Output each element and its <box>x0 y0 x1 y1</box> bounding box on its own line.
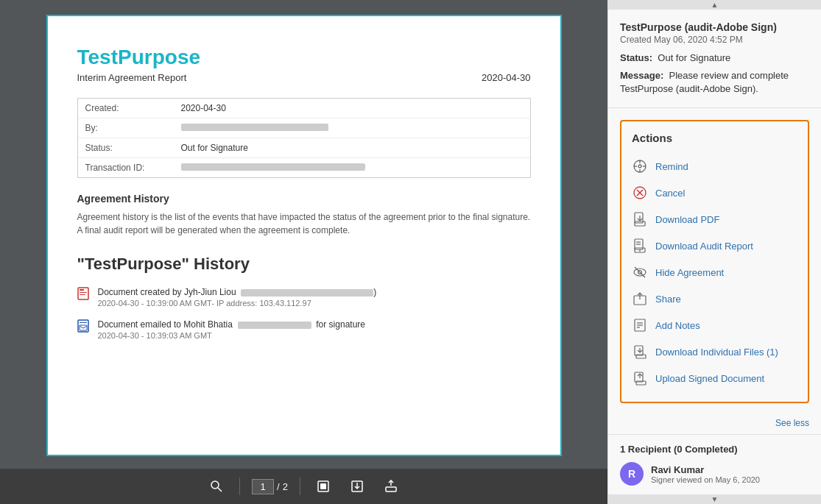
download-button[interactable] <box>346 475 368 497</box>
toolbar-divider-2 <box>300 478 300 495</box>
svg-rect-25 <box>635 221 645 226</box>
hide-icon <box>632 264 648 280</box>
status-value: Out for Signature <box>658 52 730 63</box>
action-upload-signed[interactable]: Upload Signed Document <box>632 365 797 391</box>
document-info-table: Created: 2020-04-30 By: Status: Out for … <box>77 98 531 178</box>
search-button[interactable] <box>205 475 228 497</box>
remind-label: Remind <box>655 161 688 172</box>
recipient-item: R Ravi Kumar Signer viewed on May 6, 202… <box>620 462 809 486</box>
recipient-status: Signer viewed on May 6, 2020 <box>651 475 760 484</box>
created-label: Created: <box>85 103 181 113</box>
page-separator: / <box>277 481 280 492</box>
recipients-section: 1 Recipient (0 Completed) R Ravi Kumar S… <box>608 434 821 494</box>
history-date-0: 2020-04-30 - 10:39:00 AM GMT- IP address… <box>98 299 377 308</box>
redacted-creator <box>241 289 373 297</box>
history-title: "TestPurpose" History <box>77 255 531 274</box>
action-remind[interactable]: Remind <box>632 153 797 180</box>
upload-button[interactable] <box>380 475 402 497</box>
action-share[interactable]: Share <box>632 285 797 312</box>
page-current-input[interactable] <box>252 479 274 494</box>
history-text-1: Document emailed to Mohit Bhatia for sig… <box>98 318 365 331</box>
remind-icon <box>632 158 648 174</box>
action-add-notes[interactable]: Add Notes <box>632 312 797 338</box>
status-label: Status: <box>620 52 652 63</box>
add-notes-icon <box>632 317 648 333</box>
download-audit-label: Download Audit Report <box>655 241 753 252</box>
fit-page-button[interactable] <box>312 475 334 497</box>
svg-rect-1 <box>80 289 84 291</box>
recipients-title: 1 Recipient (0 Completed) <box>620 444 809 455</box>
actions-box: Actions Remind <box>620 120 809 403</box>
history-item-0: Document created by Jyh-Jiun Liou ) 2020… <box>77 285 531 308</box>
table-row-by: By: <box>78 118 530 138</box>
recipient-avatar: R <box>620 462 644 486</box>
section-text: Agreement history is the list of the eve… <box>77 210 531 237</box>
table-row-transaction: Transaction ID: <box>78 158 530 177</box>
action-hide[interactable]: Hide Agreement <box>632 259 797 285</box>
document-date: 2020-04-30 <box>482 72 531 83</box>
document-title: TestPurpose <box>77 46 531 69</box>
share-icon <box>632 291 648 307</box>
document-subtitle: Interim Agreement Report <box>77 72 187 83</box>
history-icon-document-created <box>77 287 91 300</box>
scroll-up-button[interactable]: ▲ <box>608 0 821 10</box>
history-content-1: Document emailed to Mohit Bhatia for sig… <box>98 318 365 340</box>
share-label: Share <box>655 294 681 305</box>
agreement-name: TestPurpose (audit-Adobe Sign) <box>620 21 809 33</box>
download-pdf-icon <box>632 211 648 227</box>
message-row: Message: Please review and complete Test… <box>620 69 809 96</box>
message-label: Message: <box>620 70 663 81</box>
agreement-created-date: Created May 06, 2020 4:52 PM <box>620 35 809 45</box>
redacted-by <box>181 124 328 131</box>
action-download-pdf[interactable]: Download PDF <box>632 206 797 233</box>
svg-point-16 <box>638 165 641 168</box>
actions-title: Actions <box>632 132 797 144</box>
history-icon-document-emailed <box>77 319 91 333</box>
action-download-audit[interactable]: Download Audit Report <box>632 233 797 259</box>
history-content-0: Document created by Jyh-Jiun Liou ) 2020… <box>98 285 377 308</box>
document-panel: TestPurpose Interim Agreement Report 202… <box>0 0 607 504</box>
svg-rect-5 <box>80 322 87 323</box>
document-page: TestPurpose Interim Agreement Report 202… <box>46 15 562 456</box>
svg-rect-44 <box>635 372 643 382</box>
redacted-email <box>238 322 311 329</box>
download-pdf-label: Download PDF <box>655 214 719 225</box>
transaction-value <box>181 163 523 173</box>
svg-line-8 <box>218 488 222 491</box>
status-field-value: Out for Signature <box>181 143 523 153</box>
recipient-name: Ravi Kumar <box>651 464 760 475</box>
svg-rect-10 <box>320 483 326 489</box>
cancel-icon <box>632 185 648 201</box>
action-cancel[interactable]: Cancel <box>632 180 797 206</box>
document-subtitle-row: Interim Agreement Report 2020-04-30 <box>77 72 531 83</box>
page-total: 2 <box>283 481 288 492</box>
cancel-label: Cancel <box>655 188 685 199</box>
svg-rect-2 <box>80 292 87 293</box>
document-scroll-area[interactable]: TestPurpose Interim Agreement Report 202… <box>0 0 607 469</box>
right-panel: ▲ TestPurpose (audit-Adobe Sign) Created… <box>607 0 821 504</box>
svg-rect-13 <box>386 487 396 491</box>
svg-point-7 <box>211 481 219 489</box>
history-item-1: Document emailed to Mohit Bhatia for sig… <box>77 318 531 340</box>
status-field-label: Status: <box>85 143 181 153</box>
page-indicator: / 2 <box>252 479 288 494</box>
history-date-1: 2020-04-30 - 10:39:03 AM GMT <box>98 331 365 340</box>
upload-signed-icon <box>632 370 648 386</box>
action-download-files[interactable]: Download Individual Files (1) <box>632 338 797 365</box>
redacted-transaction <box>181 163 365 171</box>
hide-label: Hide Agreement <box>655 267 724 278</box>
agreement-header: TestPurpose (audit-Adobe Sign) Created M… <box>608 10 821 108</box>
document-toolbar: / 2 <box>0 469 607 504</box>
table-row-created: Created: 2020-04-30 <box>78 99 530 118</box>
transaction-label: Transaction ID: <box>85 163 181 173</box>
by-value <box>181 123 523 133</box>
toolbar-divider-1 <box>239 478 240 495</box>
section-title: Agreement History <box>77 193 531 205</box>
download-audit-icon <box>632 238 648 254</box>
created-value: 2020-04-30 <box>181 103 523 113</box>
by-label: By: <box>85 123 181 133</box>
download-files-icon <box>632 344 648 360</box>
see-less-link[interactable]: See less <box>608 415 821 434</box>
recipient-info: Ravi Kumar Signer viewed on May 6, 2020 <box>651 464 760 484</box>
scroll-down-button[interactable]: ▼ <box>608 494 821 504</box>
